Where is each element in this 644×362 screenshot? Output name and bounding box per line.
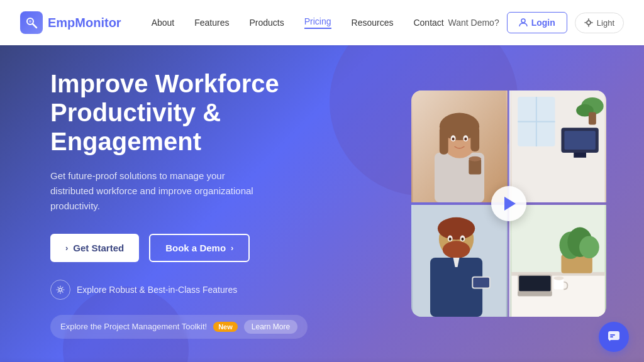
image-office [510, 90, 606, 202]
arrow-right-icon: › [231, 243, 233, 253]
logo-icon [20, 11, 43, 34]
toolkit-text: Explore the Project Management Toolkit! [60, 322, 207, 331]
login-button[interactable]: Login [507, 12, 567, 33]
hero-subtitle: Get future-proof solutions to manage you… [50, 168, 264, 214]
nav-right: Want Demo? Login Light [448, 12, 625, 33]
navbar: EmpMonitor About Features Products Prici… [0, 0, 644, 45]
chevron-right-icon: › [65, 243, 68, 253]
explore-features-label: Explore Robust & Best-in-Class Features [77, 285, 237, 295]
hero-title: Improve Workforce Productivity & Engagem… [50, 69, 327, 156]
svg-point-21 [469, 156, 481, 162]
nav-link-features[interactable]: Features [194, 18, 229, 28]
image-plant [510, 205, 606, 317]
office-illustration [510, 90, 606, 202]
logo-text: EmpMonitor [48, 16, 121, 30]
svg-point-18 [452, 138, 455, 141]
woman-illustration [411, 90, 508, 202]
svg-point-35 [443, 241, 470, 258]
logo[interactable]: EmpMonitor [20, 11, 121, 34]
toolkit-banner: Explore the Project Management Toolkit! … [50, 315, 308, 339]
hero-image-collage [411, 90, 606, 317]
svg-line-1 [33, 24, 36, 28]
gear-icon [56, 285, 65, 294]
nav-link-products[interactable]: Products [250, 18, 284, 28]
svg-rect-14 [440, 126, 448, 155]
hero-content: Improve Workforce Productivity & Engagem… [0, 69, 327, 339]
nav-link-contact[interactable]: Contact [413, 18, 443, 28]
light-mode-button[interactable]: Light [575, 13, 624, 33]
svg-point-3 [521, 19, 525, 23]
explore-features: Explore Robust & Best-in-Class Features [50, 280, 327, 300]
get-started-button[interactable]: › Get Started [50, 234, 139, 262]
svg-point-50 [579, 236, 599, 258]
hero-buttons: › Get Started Book a Demo › [50, 234, 327, 262]
svg-point-34 [438, 217, 475, 240]
svg-point-4 [587, 21, 591, 25]
image-woman [411, 90, 508, 202]
play-icon [504, 197, 516, 211]
image-man [411, 205, 508, 317]
svg-point-55 [554, 277, 564, 280]
want-demo-text[interactable]: Want Demo? [448, 18, 499, 28]
svg-point-2 [29, 20, 31, 23]
hero-section: Improve Workforce Productivity & Engagem… [0, 45, 644, 362]
man-illustration [411, 205, 508, 317]
chat-icon [607, 330, 621, 344]
svg-rect-57 [610, 334, 615, 336]
nav-link-resources[interactable]: Resources [352, 18, 394, 28]
features-icon [50, 280, 70, 300]
svg-point-9 [59, 288, 62, 291]
plant-illustration [510, 205, 606, 317]
svg-rect-43 [473, 278, 489, 288]
svg-point-38 [449, 238, 452, 241]
svg-point-19 [464, 138, 467, 141]
nav-links: About Features Products Pricing Resource… [152, 16, 448, 29]
svg-rect-53 [518, 291, 552, 296]
play-button[interactable] [491, 186, 526, 221]
new-badge: New [213, 322, 238, 332]
learn-more-button[interactable]: Learn More [244, 320, 297, 334]
svg-rect-31 [589, 112, 596, 125]
sun-icon [584, 18, 593, 27]
svg-rect-15 [470, 126, 479, 151]
user-icon [519, 18, 528, 27]
nav-link-pricing[interactable]: Pricing [304, 16, 331, 29]
svg-rect-58 [610, 336, 613, 337]
svg-point-39 [461, 238, 464, 241]
book-demo-button[interactable]: Book a Demo › [149, 234, 250, 262]
nav-link-about[interactable]: About [152, 18, 175, 28]
svg-rect-52 [519, 276, 550, 292]
svg-rect-28 [574, 153, 586, 158]
svg-rect-27 [564, 131, 595, 150]
chat-bubble-button[interactable] [599, 322, 629, 352]
